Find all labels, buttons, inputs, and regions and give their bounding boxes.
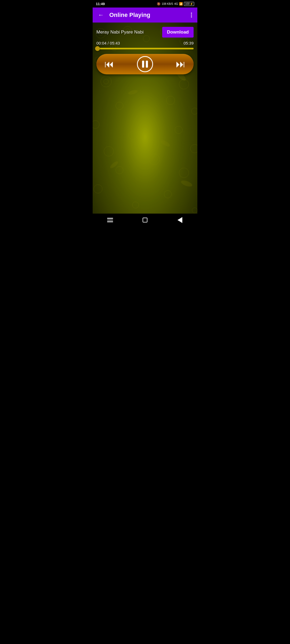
progress-track (96, 48, 194, 49)
back-button-nav[interactable] (175, 215, 185, 225)
time-row: 00:04 / 05:43 05:43 05:39 (96, 41, 194, 45)
signal-icon: 📶 (179, 2, 183, 6)
pause-bars (142, 61, 148, 68)
progress-thumb[interactable] (95, 46, 100, 51)
status-time: 11:49 (96, 2, 105, 6)
current-time: 00:04 / 05:43 (96, 41, 120, 45)
back-button[interactable]: ← (97, 10, 105, 20)
previous-button[interactable]: ⏮ (104, 58, 114, 70)
battery-indicator: 100 ⚡ (184, 2, 194, 6)
dot1 (191, 13, 192, 14)
page-title: Online Playing (109, 12, 186, 19)
back-icon (177, 217, 182, 223)
main-content: Meray Nabi Pyare Nabi Download 00:04 / 0… (93, 23, 197, 214)
charging-icon: ⚡ (190, 2, 193, 5)
progress-bar[interactable] (96, 47, 194, 50)
dot2 (191, 14, 192, 16)
previous-icon: ⏮ (104, 58, 114, 70)
player-container: Meray Nabi Pyare Nabi Download 00:04 / 0… (93, 23, 197, 74)
pause-bar-right (146, 61, 148, 68)
mute-icon: 🔕 (157, 2, 161, 6)
more-options-button[interactable] (190, 12, 193, 19)
status-icons: 🔕 108 KB/S 4G 📶 100 ⚡ (157, 2, 194, 6)
track-info-row: Meray Nabi Pyare Nabi Download (96, 27, 194, 38)
next-button[interactable]: ⏭ (176, 58, 186, 70)
hamburger-icon (107, 218, 113, 222)
nav-bar (93, 214, 197, 226)
status-bar: 11:49 🔕 108 KB/S 4G 📶 100 ⚡ (93, 0, 197, 8)
menu-button[interactable] (105, 215, 115, 225)
pause-circle (137, 56, 153, 72)
pause-bar-left (142, 61, 144, 68)
home-button[interactable] (140, 215, 150, 225)
app-bar: ← Online Playing (93, 8, 197, 23)
download-button[interactable]: Download (162, 27, 194, 38)
network-type-icon: 4G (174, 2, 178, 5)
pause-button[interactable] (137, 56, 153, 72)
next-icon: ⏭ (176, 58, 186, 70)
controls-bar: ⏮ ⏭ (96, 54, 194, 74)
network-speed: 108 KB/S (162, 2, 173, 5)
dot3 (191, 16, 192, 17)
track-title: Meray Nabi Pyare Nabi (96, 30, 162, 35)
remaining-time: 05:39 (183, 41, 194, 45)
home-icon (143, 218, 147, 222)
